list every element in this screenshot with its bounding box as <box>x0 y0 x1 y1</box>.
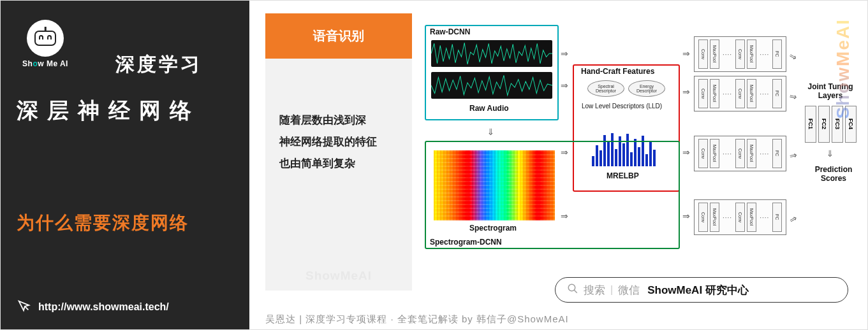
layer-conv: Conv <box>735 39 745 69</box>
search-prompt: 搜索 | 微信 ShowMeAI 研究中心 <box>555 277 848 303</box>
spectral-descriptor: Spectral Descriptor <box>587 80 624 97</box>
arrow-icon: ⇒ <box>561 211 568 221</box>
layer-fc: FC <box>772 203 782 232</box>
arrow-icon: ⇒ <box>682 48 690 59</box>
section-title: 为什么需要深度网络 <box>17 211 233 235</box>
vertical-watermark: ShowMeAI <box>833 18 853 119</box>
cnn-block-3: Conv MaxPool ···· Conv MaxPool ···· FC <box>694 136 786 171</box>
website-url: http://www.showmeai.tech/ <box>38 301 169 313</box>
arrow-down-icon: ⇒ <box>825 150 835 157</box>
logo-text: Show Me AI <box>22 59 68 68</box>
layer-pool: MaxPool <box>747 79 756 108</box>
layer-conv: Conv <box>735 203 745 232</box>
arrow-icon: ⇒ <box>682 211 690 221</box>
layer-pool: MaxPool <box>710 203 719 232</box>
logo-icon <box>27 20 64 57</box>
raw-audio-label: Raw Audio <box>469 104 509 113</box>
search-brand: ShowMeAI 研究中心 <box>647 283 749 298</box>
arrow-icon: ⇒ <box>788 150 798 161</box>
search-icon <box>567 283 578 297</box>
layer-pool: MaxPool <box>710 39 719 69</box>
card-line-1: 随着层数由浅到深 <box>279 110 398 131</box>
layer-fc: FC <box>772 39 782 69</box>
raw-dcnn-label: Raw-DCNN <box>430 27 470 36</box>
ellipsis-icon: ···· <box>721 150 733 157</box>
arrow-icon: ⇒ <box>561 48 568 59</box>
ellipsis-icon: ···· <box>758 150 770 157</box>
layer-fc: FC <box>772 139 782 168</box>
ellipsis-icon: ···· <box>758 51 770 58</box>
layer-conv: Conv <box>735 79 745 108</box>
spectrogram-label: Spectrogram <box>469 224 517 233</box>
layer-fc: FC <box>772 79 782 108</box>
lld-descriptors: Spectral Descriptor Energy Descriptor <box>573 80 680 97</box>
layer-fc2: FC2 <box>818 106 830 143</box>
main-panel: 语音识别 随着层数由浅到深 神经网络提取的特征 也由简单到复杂 ShowMeAI… <box>249 1 867 329</box>
arrow-icon: ⇒ <box>561 80 568 90</box>
cnn-block-1: Conv MaxPool ···· Conv MaxPool ···· FC <box>694 36 786 72</box>
lld-label: Low Level Descriptors (LLD) <box>582 103 662 110</box>
search-label-1: 搜索 <box>584 283 605 298</box>
layer-conv: Conv <box>735 139 745 168</box>
arrow-icon: ⇒ <box>788 50 799 63</box>
layer-conv: Conv <box>698 79 708 108</box>
ellipsis-icon: ···· <box>721 90 733 97</box>
arrow-icon: ⇒ <box>788 213 799 226</box>
search-label-2: 微信 <box>618 283 640 298</box>
layer-pool: MaxPool <box>747 139 756 168</box>
card-header: 语音识别 <box>265 13 412 59</box>
layer-pool: MaxPool <box>710 79 719 108</box>
waveform-1 <box>431 40 552 67</box>
svg-point-0 <box>568 284 575 291</box>
arrow-icon: ⇒ <box>682 87 690 97</box>
layer-pool: MaxPool <box>710 139 719 168</box>
info-card: 语音识别 随着层数由浅到深 神经网络提取的特征 也由简单到复杂 ShowMeAI <box>265 13 412 291</box>
robot-icon <box>34 31 56 46</box>
layer-pool: MaxPool <box>747 203 756 232</box>
cnn-block-4: Conv MaxPool ···· Conv MaxPool ···· FC <box>694 199 786 235</box>
layer-pool: MaxPool <box>747 39 756 69</box>
energy-descriptor: Energy Descriptor <box>628 80 665 97</box>
logo-text-pre: Sh <box>22 59 33 68</box>
arrow-icon: ⇒ <box>682 147 690 157</box>
spectrogram-dcnn-label: Spectrogram-DCNN <box>430 238 502 247</box>
card-watermark: ShowMeAI <box>265 269 412 283</box>
svg-line-1 <box>574 290 577 293</box>
slide: Show Me AI 深度学习 深层神经网络 为什么需要深度网络 http://… <box>0 0 868 330</box>
course-title: 深度学习 <box>115 52 202 78</box>
arrow-icon: ⇒ <box>788 90 798 102</box>
cursor-icon <box>17 299 31 315</box>
arrow-down-icon: ⇒ <box>486 128 496 136</box>
hand-craft-label: Hand-Craft Features <box>581 67 654 76</box>
card-line-3: 也由简单到复杂 <box>279 153 398 175</box>
layer-conv: Conv <box>698 39 708 69</box>
layer-conv: Conv <box>698 203 708 232</box>
website-link[interactable]: http://www.showmeai.tech/ <box>17 299 169 315</box>
ellipsis-icon: ···· <box>758 90 770 97</box>
spectrogram-image <box>434 150 555 220</box>
ellipsis-icon: ···· <box>721 51 733 58</box>
ellipsis-icon: ···· <box>758 214 770 221</box>
arrow-icon: ⇒ <box>561 147 568 157</box>
slide-caption: 吴恩达 | 深度学习专项课程 · 全套笔记解读 by 韩信子@ShowMeAI <box>265 313 569 326</box>
chapter-title: 深层神经网络 <box>17 96 233 126</box>
waveform-2 <box>431 72 552 99</box>
ellipsis-icon: ···· <box>721 214 733 221</box>
layer-conv: Conv <box>698 139 708 168</box>
logo-text-post: w Me AI <box>38 59 68 68</box>
divider: | <box>610 284 613 296</box>
layer-fc1: FC1 <box>805 106 816 143</box>
card-line-2: 神经网络提取的特征 <box>279 131 398 153</box>
card-body: 随着层数由浅到深 神经网络提取的特征 也由简单到复杂 <box>265 59 412 175</box>
architecture-diagram: Raw-DCNN Raw Audio ⇒ ⇒ ⇒ Hand-Craft Feat… <box>425 13 851 268</box>
prediction-label: Prediction Scores <box>809 165 858 183</box>
cnn-block-2: Conv MaxPool ···· Conv MaxPool ···· FC <box>694 76 786 111</box>
logo: Show Me AI <box>17 20 74 68</box>
sidebar: Show Me AI 深度学习 深层神经网络 为什么需要深度网络 http://… <box>1 1 249 329</box>
